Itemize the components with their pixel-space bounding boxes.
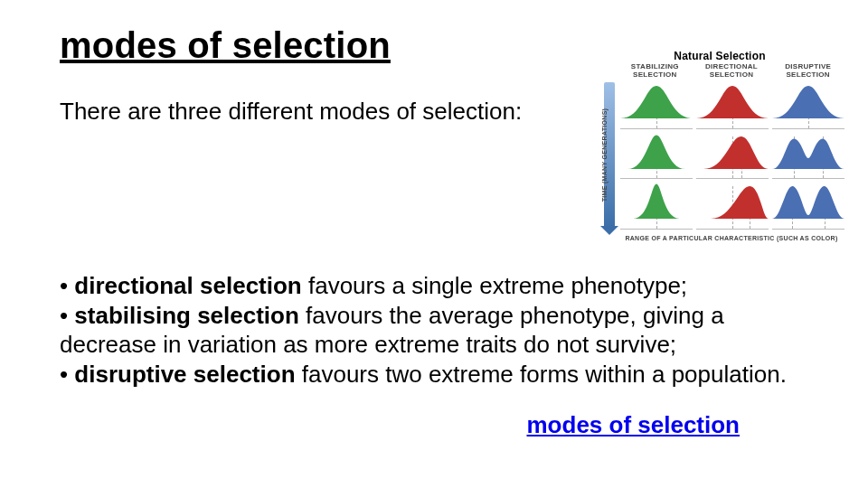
bullet-term: stabilising selection xyxy=(74,302,299,329)
curve-directional-g1 xyxy=(696,82,769,129)
diagram-y-label: TIME (MANY GENERATIONS) xyxy=(602,108,609,202)
diagram-x-label: RANGE OF A PARTICULAR CHARACTERISTIC (SU… xyxy=(617,235,846,241)
bullet-rest: favours two extreme forms within a popul… xyxy=(296,361,787,388)
curve-directional-g2 xyxy=(696,133,769,180)
slide: modes of selection There are three diffe… xyxy=(0,0,868,488)
curve-directional-g3 xyxy=(696,183,769,230)
col-label-stabilizing: STABILIZING SELECTION xyxy=(617,62,693,79)
bullet-item: • stabilising selection favours the aver… xyxy=(60,301,808,360)
curve-stabilizing-g3 xyxy=(620,183,693,230)
col-label-directional: DIRECTIONAL SELECTION xyxy=(693,62,770,79)
natural-selection-diagram: Natural Selection STABILIZING SELECTION … xyxy=(593,50,846,250)
curve-disruptive-g3 xyxy=(772,183,844,230)
bullet-rest: favours a single extreme phenotype; xyxy=(302,272,687,299)
slide-title: modes of selection xyxy=(60,25,391,66)
intro-text: There are three different modes of selec… xyxy=(60,98,522,126)
bullet-item: • disruptive selection favours two extre… xyxy=(60,360,808,389)
diagram-title: Natural Selection xyxy=(593,50,846,62)
curve-disruptive-g1 xyxy=(772,82,844,129)
modes-of-selection-link[interactable]: modes of selection xyxy=(527,411,741,439)
col-label-disruptive: DISRUPTIVE SELECTION xyxy=(769,62,846,79)
bullet-term: disruptive selection xyxy=(74,361,295,388)
diagram-grid xyxy=(617,80,846,230)
curve-stabilizing-g2 xyxy=(620,133,693,180)
curve-disruptive-g2 xyxy=(772,133,844,180)
bullet-term: directional selection xyxy=(74,272,301,299)
bullet-item: • directional selection favours a single… xyxy=(60,271,808,301)
diagram-column-labels: STABILIZING SELECTION DIRECTIONAL SELECT… xyxy=(617,62,846,79)
bullet-list: • directional selection favours a single… xyxy=(60,271,808,389)
curve-stabilizing-g1 xyxy=(620,82,693,129)
diagram-y-axis: TIME (MANY GENERATIONS) xyxy=(593,80,617,230)
